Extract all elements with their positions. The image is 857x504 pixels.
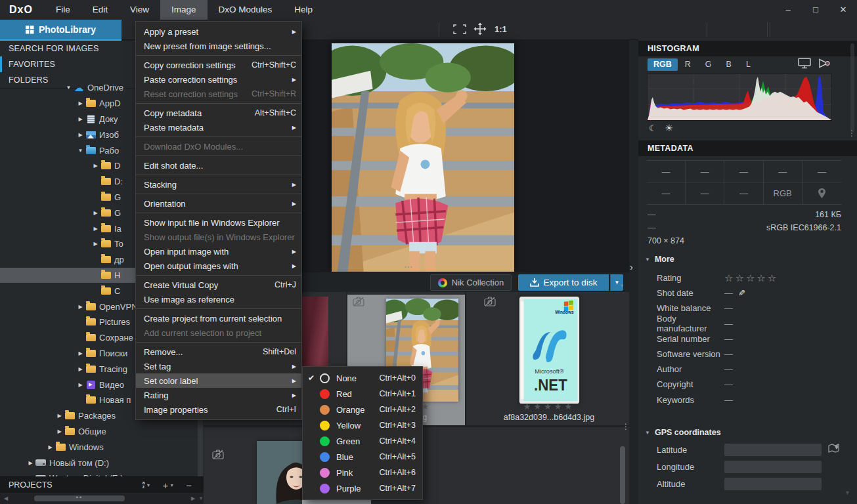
histogram-tab-l[interactable]: L — [739, 58, 758, 71]
color-label-red[interactable]: RedCtrl+Alt+1 — [303, 386, 422, 402]
color-label-blue[interactable]: BlueCtrl+Alt+5 — [303, 449, 422, 465]
rating-stars[interactable]: ☆☆☆☆☆ — [724, 272, 778, 284]
gps-input-longitude[interactable] — [724, 461, 822, 473]
menubar-item-help[interactable]: Help — [283, 0, 324, 20]
nik-collection-button[interactable]: Nik Collection — [430, 274, 512, 291]
menu-item-edit-shot-date[interactable]: Edit shot date... — [136, 158, 301, 173]
tree-expander-icon[interactable]: ▼ — [76, 148, 85, 154]
histogram-tab-g[interactable]: G — [698, 58, 719, 71]
menubar-item-file[interactable]: File — [45, 0, 81, 20]
tree-expander-icon[interactable]: ▶ — [46, 444, 55, 450]
panel-splitter-dots[interactable]: ⋮ — [848, 131, 856, 136]
tree-expander-icon[interactable]: ▶ — [26, 460, 35, 466]
zoom-1to1-button[interactable]: 1:1 — [494, 24, 507, 34]
color-label-pink[interactable]: PinkCtrl+Alt+6 — [303, 465, 422, 480]
collapse-filmstrip-icon[interactable]: ▼ — [619, 283, 625, 289]
histogram-tab-r[interactable]: R — [678, 58, 698, 71]
right-panel-scrollbar[interactable] — [850, 43, 854, 133]
menu-item-create-project-from-current-selection[interactable]: Create project from current selection — [136, 311, 301, 326]
color-label-orange[interactable]: OrangeCtrl+Alt+2 — [303, 402, 422, 417]
hscroll-thumb[interactable]: •• — [34, 495, 125, 501]
tree-expander-icon[interactable]: ▶ — [76, 366, 85, 372]
monitor-icon[interactable] — [798, 58, 811, 69]
pan-tool-button[interactable] — [473, 22, 487, 35]
menu-item-set-color-label[interactable]: Set color label▶ — [136, 373, 301, 388]
histogram-tab-b[interactable]: B — [719, 58, 739, 71]
menubar-item-dxo-modules[interactable]: DxO Modules — [208, 0, 284, 20]
menubar-item-edit[interactable]: Edit — [81, 0, 119, 20]
tree-item-общие[interactable]: ▶Общие — [0, 424, 204, 440]
minimize-button[interactable]: – — [774, 0, 802, 20]
menu-item-create-virtual-copy[interactable]: Create Virtual CopyCtrl+J — [136, 278, 301, 292]
tree-expander-icon[interactable]: ▶ — [91, 226, 100, 232]
tree-expander-icon[interactable]: ▶ — [76, 116, 85, 122]
add-project-button[interactable]: +▼ — [163, 480, 175, 491]
shadow-clipping-icon[interactable]: ☾ — [649, 123, 657, 133]
menu-item-open-input-image-with[interactable]: Open input image with▶ — [136, 244, 301, 259]
menu-item-copy-metadata[interactable]: Copy metadataAlt+Shift+C — [136, 106, 301, 120]
menu-item-open-output-images-with[interactable]: Open output images with▶ — [136, 259, 301, 273]
scroll-down-icon[interactable]: ▼ — [198, 495, 204, 501]
fit-to-screen-button[interactable] — [453, 24, 466, 34]
sort-az-button[interactable]: az▼ — [143, 481, 151, 489]
menu-item-copy-correction-settings[interactable]: Copy correction settingsCtrl+Shift+C — [136, 58, 301, 72]
main-photo[interactable] — [332, 43, 514, 272]
tree-item-western-digital-e[interactable]: ▶Western Digital (E:) — [0, 471, 204, 476]
menu-item-rating[interactable]: Rating▶ — [136, 388, 301, 402]
tab-photolibrary[interactable]: PhotoLibrary — [0, 20, 121, 41]
filmstrip-splitter-dots[interactable]: ⋮ — [622, 425, 629, 429]
export-to-disk-button[interactable]: Export to disk — [518, 274, 609, 291]
edit-pencil-icon[interactable]: ✎ — [738, 288, 745, 298]
menubar-item-image[interactable]: Image — [160, 0, 208, 20]
menu-item-paste-correction-settings[interactable]: Paste correction settings▶ — [136, 72, 301, 87]
menubar-item-view[interactable]: View — [119, 0, 160, 20]
menu-item-orientation[interactable]: Orientation▶ — [136, 196, 301, 211]
tree-expander-icon[interactable]: ▶ — [76, 350, 85, 356]
sidebar-hscrollbar[interactable]: ◀ •• ▶ ▼ — [0, 494, 204, 504]
color-label-yellow[interactable]: YellowCtrl+Alt+3 — [303, 417, 422, 433]
panel-drag-handle[interactable]: ⋯ — [404, 261, 414, 272]
tree-expander-icon[interactable]: ▶ — [55, 413, 64, 419]
histogram-tab-rgb[interactable]: RGB — [648, 58, 678, 71]
thumb-rating-stars[interactable]: ★★★★★ — [510, 402, 588, 411]
remove-project-button[interactable]: − — [186, 480, 192, 491]
menu-item-show-input-file-in-windows-explorer[interactable]: Show input file in Windows Explorer — [136, 215, 301, 230]
tree-item-windows[interactable]: ▶Windows — [0, 439, 204, 455]
tree-expander-icon[interactable]: ▶ — [91, 163, 100, 169]
expand-panel-chevron[interactable]: › — [630, 261, 633, 272]
menu-item-paste-metadata[interactable]: Paste metadata▶ — [136, 120, 301, 135]
soft-proofing-icon[interactable] — [818, 58, 831, 69]
maximize-button[interactable]: □ — [802, 0, 829, 20]
tree-expander-icon[interactable]: ▶ — [91, 241, 100, 247]
menu-item-set-tag[interactable]: Set tag▶ — [136, 359, 301, 373]
menu-item-stacking[interactable]: Stacking▶ — [136, 177, 301, 192]
menu-item-apply-a-preset[interactable]: Apply a preset▶ — [136, 24, 301, 39]
tree-expander-icon[interactable]: ▶ — [76, 304, 85, 310]
menu-item-new-preset-from-image-settings[interactable]: New preset from image settings... — [136, 39, 301, 53]
tree-item-новый-том-d[interactable]: ▶Новый том (D:) — [0, 455, 204, 471]
gps-section-toggle[interactable]: ▼GPS coordinates — [645, 428, 721, 437]
color-label-green[interactable]: GreenCtrl+Alt+4 — [303, 433, 422, 449]
map-pin-icon[interactable] — [828, 443, 840, 456]
menu-item-use-image-as-reference[interactable]: Use image as reference — [136, 292, 301, 306]
tree-expander-icon[interactable]: ▶ — [91, 210, 100, 216]
scroll-left-icon[interactable]: ◀ — [4, 495, 8, 501]
color-label-purple[interactable]: PurpleCtrl+Alt+7 — [303, 480, 422, 496]
tree-expander-icon[interactable]: ▶ — [76, 100, 85, 106]
highlight-clipping-icon[interactable]: ☀ — [665, 123, 674, 133]
tree-expander-icon[interactable]: ▶ — [76, 382, 85, 388]
more-section-toggle[interactable]: ▼More — [645, 255, 674, 264]
menu-item-remove[interactable]: Remove...Shift+Del — [136, 345, 301, 359]
tree-expander-icon[interactable]: ▼ — [64, 85, 73, 91]
close-button[interactable]: ✕ — [829, 0, 857, 20]
menu-item-image-properties[interactable]: Image propertiesCtrl+I — [136, 402, 301, 417]
filmstrip-scrollbar[interactable] — [620, 446, 625, 504]
color-label-none[interactable]: ✔NoneCtrl+Alt+0 — [303, 370, 422, 386]
tree-expander-icon[interactable]: ▶ — [76, 132, 85, 138]
gps-input-altitude[interactable] — [724, 478, 822, 490]
gps-input-latitude[interactable] — [724, 444, 822, 456]
scroll-right-icon[interactable]: ▶ — [191, 495, 195, 501]
thumbnail-net-photo[interactable] — [519, 296, 580, 404]
metadata-prop-serial-number: Serial number— — [638, 331, 857, 346]
tree-expander-icon[interactable]: ▶ — [55, 429, 64, 434]
